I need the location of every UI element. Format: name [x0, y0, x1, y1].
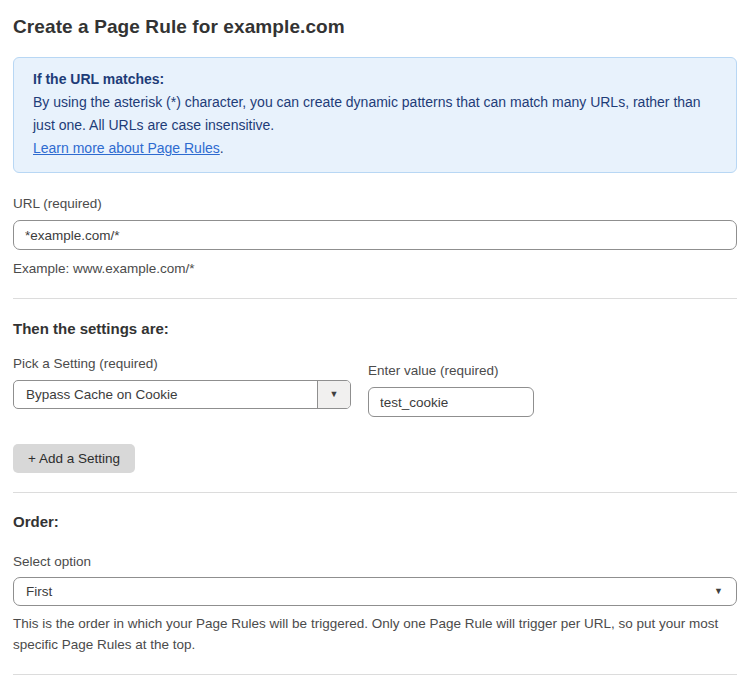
enter-value-column: Enter value (required)	[368, 361, 534, 417]
divider	[13, 298, 737, 299]
setting-select-button[interactable]: ▼	[317, 381, 350, 408]
setting-select-value: Bypass Cache on Cookie	[14, 381, 317, 408]
info-box-heading: If the URL matches:	[33, 68, 717, 91]
chevron-down-icon: ▼	[714, 587, 723, 596]
enter-value-label: Enter value (required)	[368, 363, 499, 378]
chevron-down-icon: ▼	[330, 390, 339, 399]
divider	[13, 492, 737, 493]
url-section: URL (required) Example: www.example.com/…	[13, 194, 737, 279]
order-select-value: First	[14, 584, 714, 599]
pick-setting-label: Pick a Setting (required)	[13, 356, 158, 371]
select-option-label: Select option	[13, 554, 737, 569]
info-box-body: By using the asterisk (*) character, you…	[33, 91, 717, 137]
add-setting-button[interactable]: + Add a Setting	[13, 444, 135, 473]
order-select[interactable]: First ▼	[13, 577, 737, 606]
order-section: Order: Select option First ▼ This is the…	[13, 513, 737, 655]
link-period: .	[220, 140, 224, 156]
url-input[interactable]	[13, 220, 737, 250]
info-box-link-line: Learn more about Page Rules.	[33, 137, 717, 160]
page-title: Create a Page Rule for example.com	[13, 16, 737, 38]
order-help-text: This is the order in which your Page Rul…	[13, 613, 737, 655]
divider	[13, 674, 737, 675]
pick-setting-column: Pick a Setting (required) Bypass Cache o…	[13, 354, 351, 417]
order-heading: Order:	[13, 513, 737, 530]
url-field-label: URL (required)	[13, 196, 102, 211]
settings-heading: Then the settings are:	[13, 320, 737, 337]
url-match-info-box: If the URL matches: By using the asteris…	[13, 57, 737, 173]
create-page-rule-form: Create a Page Rule for example.com If th…	[0, 0, 750, 688]
settings-row: Pick a Setting (required) Bypass Cache o…	[13, 354, 737, 417]
learn-more-link[interactable]: Learn more about Page Rules	[33, 140, 220, 156]
url-example-help: Example: www.example.com/*	[13, 258, 737, 279]
setting-select[interactable]: Bypass Cache on Cookie ▼	[13, 380, 351, 409]
settings-section: Then the settings are: Pick a Setting (r…	[13, 320, 737, 473]
setting-value-input[interactable]	[368, 387, 534, 417]
